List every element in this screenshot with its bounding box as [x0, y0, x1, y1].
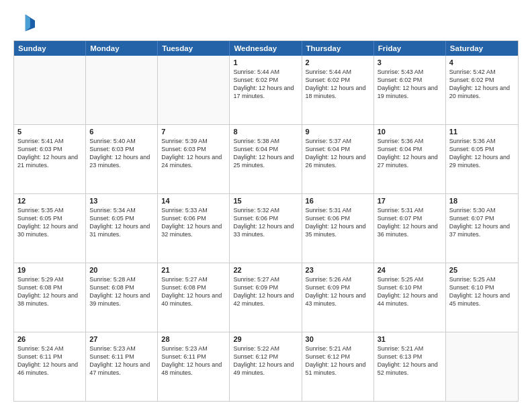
- day-info: Sunrise: 5:30 AM Sunset: 6:07 PM Dayligh…: [449, 206, 515, 239]
- calendar: SundayMondayTuesdayWednesdayThursdayFrid…: [13, 40, 519, 402]
- day-info: Sunrise: 5:31 AM Sunset: 6:06 PM Dayligh…: [306, 206, 370, 239]
- day-number: 26: [17, 335, 82, 343]
- day-info: Sunrise: 5:44 AM Sunset: 6:02 PM Dayligh…: [306, 68, 370, 101]
- calendar-cell: 14Sunrise: 5:33 AM Sunset: 6:06 PM Dayli…: [158, 194, 230, 263]
- day-info: Sunrise: 5:27 AM Sunset: 6:08 PM Dayligh…: [161, 275, 226, 308]
- day-number: 24: [378, 266, 442, 274]
- day-number: 9: [306, 128, 370, 136]
- day-number: 19: [17, 266, 82, 274]
- day-number: 2: [306, 58, 370, 66]
- day-info: Sunrise: 5:32 AM Sunset: 6:06 PM Dayligh…: [233, 206, 298, 239]
- day-number: 5: [17, 128, 82, 136]
- calendar-cell: 8Sunrise: 5:38 AM Sunset: 6:04 PM Daylig…: [230, 125, 302, 193]
- day-number: 8: [233, 128, 298, 136]
- day-number: 31: [378, 335, 442, 343]
- calendar-cell: 12Sunrise: 5:35 AM Sunset: 6:05 PM Dayli…: [14, 194, 86, 263]
- day-info: Sunrise: 5:36 AM Sunset: 6:04 PM Dayligh…: [378, 137, 442, 170]
- day-info: Sunrise: 5:41 AM Sunset: 6:03 PM Dayligh…: [17, 137, 82, 170]
- calendar-body: 1Sunrise: 5:44 AM Sunset: 6:02 PM Daylig…: [14, 56, 518, 401]
- day-number: 20: [89, 266, 154, 274]
- day-number: 14: [161, 197, 226, 205]
- calendar-cell: 18Sunrise: 5:30 AM Sunset: 6:07 PM Dayli…: [446, 194, 518, 263]
- calendar-cell: 2Sunrise: 5:44 AM Sunset: 6:02 PM Daylig…: [302, 56, 374, 124]
- day-info: Sunrise: 5:42 AM Sunset: 6:02 PM Dayligh…: [449, 68, 515, 101]
- day-number: 4: [449, 58, 515, 66]
- calendar-row: 12Sunrise: 5:35 AM Sunset: 6:05 PM Dayli…: [14, 193, 518, 263]
- day-number: 12: [17, 197, 82, 205]
- header: [13, 12, 519, 34]
- day-number: 27: [89, 335, 154, 343]
- day-info: Sunrise: 5:37 AM Sunset: 6:04 PM Dayligh…: [306, 137, 370, 170]
- day-info: Sunrise: 5:36 AM Sunset: 6:05 PM Dayligh…: [449, 137, 515, 170]
- day-number: 18: [449, 197, 515, 205]
- calendar-cell: [446, 332, 518, 401]
- day-number: 6: [89, 128, 154, 136]
- logo-icon: [13, 12, 35, 34]
- calendar-cell: 3Sunrise: 5:43 AM Sunset: 6:02 PM Daylig…: [374, 56, 446, 124]
- calendar-cell: 30Sunrise: 5:21 AM Sunset: 6:12 PM Dayli…: [302, 332, 374, 401]
- weekday-header: Wednesday: [230, 41, 302, 56]
- calendar-cell: [158, 56, 230, 124]
- day-info: Sunrise: 5:40 AM Sunset: 6:03 PM Dayligh…: [89, 137, 154, 170]
- day-number: 3: [378, 58, 442, 66]
- day-number: 13: [89, 197, 154, 205]
- calendar-cell: 15Sunrise: 5:32 AM Sunset: 6:06 PM Dayli…: [230, 194, 302, 263]
- weekday-header: Tuesday: [158, 41, 230, 56]
- calendar-cell: 26Sunrise: 5:24 AM Sunset: 6:11 PM Dayli…: [14, 332, 86, 401]
- calendar-cell: 7Sunrise: 5:39 AM Sunset: 6:03 PM Daylig…: [158, 125, 230, 193]
- weekday-header: Sunday: [14, 41, 86, 56]
- calendar-cell: 4Sunrise: 5:42 AM Sunset: 6:02 PM Daylig…: [446, 56, 518, 124]
- calendar-cell: 29Sunrise: 5:22 AM Sunset: 6:12 PM Dayli…: [230, 332, 302, 401]
- calendar-row: 19Sunrise: 5:29 AM Sunset: 6:08 PM Dayli…: [14, 263, 518, 332]
- calendar-cell: 17Sunrise: 5:31 AM Sunset: 6:07 PM Dayli…: [374, 194, 446, 263]
- calendar-header: SundayMondayTuesdayWednesdayThursdayFrid…: [14, 41, 518, 56]
- calendar-cell: 24Sunrise: 5:25 AM Sunset: 6:10 PM Dayli…: [374, 263, 446, 332]
- calendar-cell: 28Sunrise: 5:23 AM Sunset: 6:11 PM Dayli…: [158, 332, 230, 401]
- calendar-cell: 19Sunrise: 5:29 AM Sunset: 6:08 PM Dayli…: [14, 263, 86, 332]
- day-info: Sunrise: 5:26 AM Sunset: 6:09 PM Dayligh…: [306, 275, 370, 308]
- day-number: 17: [378, 197, 442, 205]
- day-number: 23: [306, 266, 370, 274]
- calendar-row: 1Sunrise: 5:44 AM Sunset: 6:02 PM Daylig…: [14, 56, 518, 124]
- day-number: 28: [161, 335, 226, 343]
- day-info: Sunrise: 5:38 AM Sunset: 6:04 PM Dayligh…: [233, 137, 298, 170]
- day-info: Sunrise: 5:21 AM Sunset: 6:12 PM Dayligh…: [306, 345, 370, 377]
- calendar-row: 26Sunrise: 5:24 AM Sunset: 6:11 PM Dayli…: [14, 332, 518, 401]
- logo: [13, 12, 38, 34]
- page: SundayMondayTuesdayWednesdayThursdayFrid…: [0, 0, 532, 411]
- day-number: 29: [233, 335, 298, 343]
- calendar-row: 5Sunrise: 5:41 AM Sunset: 6:03 PM Daylig…: [14, 124, 518, 193]
- calendar-cell: 27Sunrise: 5:23 AM Sunset: 6:11 PM Dayli…: [86, 332, 158, 401]
- calendar-cell: 16Sunrise: 5:31 AM Sunset: 6:06 PM Dayli…: [302, 194, 374, 263]
- day-info: Sunrise: 5:31 AM Sunset: 6:07 PM Dayligh…: [378, 206, 442, 239]
- day-info: Sunrise: 5:34 AM Sunset: 6:05 PM Dayligh…: [89, 206, 154, 239]
- calendar-cell: 1Sunrise: 5:44 AM Sunset: 6:02 PM Daylig…: [230, 56, 302, 124]
- day-info: Sunrise: 5:21 AM Sunset: 6:13 PM Dayligh…: [378, 345, 442, 377]
- day-number: 25: [449, 266, 515, 274]
- calendar-cell: 10Sunrise: 5:36 AM Sunset: 6:04 PM Dayli…: [374, 125, 446, 193]
- weekday-header: Thursday: [302, 41, 374, 56]
- calendar-cell: 25Sunrise: 5:25 AM Sunset: 6:10 PM Dayli…: [446, 263, 518, 332]
- day-info: Sunrise: 5:27 AM Sunset: 6:09 PM Dayligh…: [233, 275, 298, 308]
- day-info: Sunrise: 5:23 AM Sunset: 6:11 PM Dayligh…: [161, 345, 226, 377]
- day-info: Sunrise: 5:29 AM Sunset: 6:08 PM Dayligh…: [17, 275, 82, 308]
- day-info: Sunrise: 5:25 AM Sunset: 6:10 PM Dayligh…: [449, 275, 515, 308]
- day-info: Sunrise: 5:28 AM Sunset: 6:08 PM Dayligh…: [89, 275, 154, 308]
- day-info: Sunrise: 5:35 AM Sunset: 6:05 PM Dayligh…: [17, 206, 82, 239]
- day-info: Sunrise: 5:22 AM Sunset: 6:12 PM Dayligh…: [233, 345, 298, 377]
- calendar-cell: 5Sunrise: 5:41 AM Sunset: 6:03 PM Daylig…: [14, 125, 86, 193]
- calendar-cell: 23Sunrise: 5:26 AM Sunset: 6:09 PM Dayli…: [302, 263, 374, 332]
- day-info: Sunrise: 5:33 AM Sunset: 6:06 PM Dayligh…: [161, 206, 226, 239]
- day-number: 7: [161, 128, 226, 136]
- calendar-cell: 6Sunrise: 5:40 AM Sunset: 6:03 PM Daylig…: [86, 125, 158, 193]
- calendar-cell: 9Sunrise: 5:37 AM Sunset: 6:04 PM Daylig…: [302, 125, 374, 193]
- calendar-cell: [14, 56, 86, 124]
- day-info: Sunrise: 5:25 AM Sunset: 6:10 PM Dayligh…: [378, 275, 442, 308]
- calendar-cell: 20Sunrise: 5:28 AM Sunset: 6:08 PM Dayli…: [86, 263, 158, 332]
- calendar-cell: 11Sunrise: 5:36 AM Sunset: 6:05 PM Dayli…: [446, 125, 518, 193]
- calendar-cell: 21Sunrise: 5:27 AM Sunset: 6:08 PM Dayli…: [158, 263, 230, 332]
- calendar-cell: [86, 56, 158, 124]
- day-number: 30: [306, 335, 370, 343]
- day-info: Sunrise: 5:23 AM Sunset: 6:11 PM Dayligh…: [89, 345, 154, 377]
- weekday-header: Monday: [86, 41, 158, 56]
